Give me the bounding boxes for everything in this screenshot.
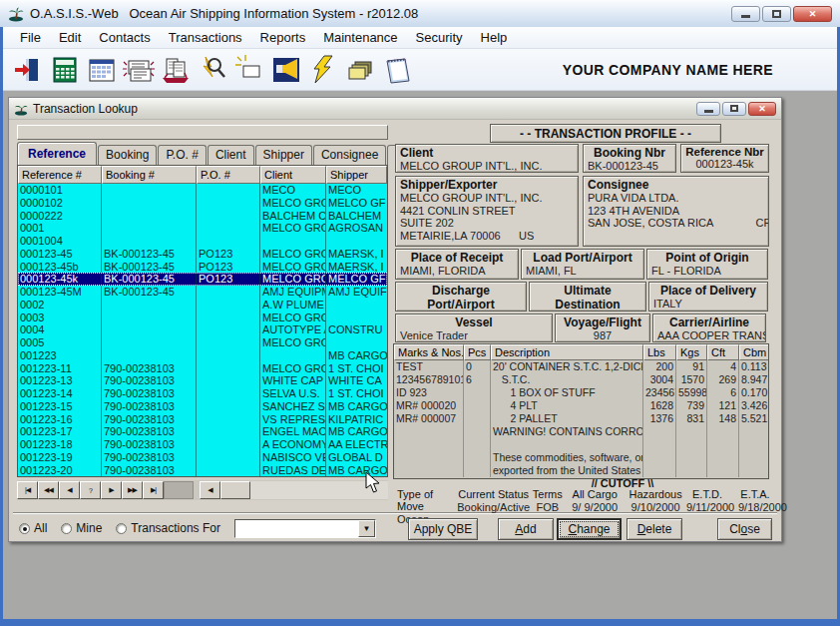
- lookup-tab[interactable]: Shipper: [255, 145, 312, 165]
- grid-nav-button[interactable]: ?: [80, 481, 101, 499]
- lookup-tab[interactable]: Client: [208, 145, 254, 165]
- table-row[interactable]: 001223MB CARGO: [18, 349, 387, 362]
- radio-transactions-for[interactable]: [116, 523, 127, 534]
- summary-value: 9/11/2000: [686, 501, 728, 513]
- grid-nav-button[interactable]: ◀◀: [38, 481, 59, 499]
- grid-column-header[interactable]: Reference #: [18, 166, 102, 184]
- grid-nav-button[interactable]: ▶▶: [122, 481, 143, 499]
- table-row[interactable]: 001223-18790-00238103A ECONOMYAA ELECTR: [18, 438, 387, 451]
- table-row[interactable]: 001223-20790-00238103RUEDAS DEMB CARGO: [18, 464, 387, 477]
- exit-button[interactable]: [11, 53, 45, 87]
- new-item-icon: [234, 55, 264, 85]
- menu-item[interactable]: Help: [472, 28, 517, 47]
- menu-item[interactable]: Reports: [251, 28, 315, 47]
- lookup-tab[interactable]: Booking: [98, 145, 157, 165]
- calculator-button[interactable]: [48, 53, 82, 87]
- flashlight-button[interactable]: [269, 53, 303, 87]
- hscroll-thumb[interactable]: [220, 481, 250, 499]
- new-item-button[interactable]: [232, 53, 266, 87]
- add-button[interactable]: Add: [498, 518, 554, 540]
- qbe-criteria-strip[interactable]: [17, 125, 388, 140]
- table-row[interactable]: 001223-15790-00238103SANCHEZ S.MB CARGO: [18, 400, 387, 413]
- table-row[interactable]: 0005MELCO GRO: [18, 336, 387, 349]
- transactions-for-combobox[interactable]: ▼: [234, 519, 376, 538]
- grid-column-header[interactable]: Client: [260, 166, 326, 184]
- lookup-tab[interactable]: Reference: [17, 142, 97, 165]
- menu-item[interactable]: Maintenance: [314, 28, 406, 47]
- notepad-button[interactable]: [380, 53, 414, 87]
- menu-item[interactable]: Transactions: [160, 28, 251, 47]
- calendar-button[interactable]: [85, 53, 119, 87]
- cargo-column-header: Kgs: [676, 344, 707, 360]
- address-cards-icon: [123, 55, 155, 85]
- table-row[interactable]: 000123-45MBK-000123-45AMJ EQUIPMAMJ EQUI…: [18, 286, 387, 299]
- grid-nav-button[interactable]: ▶|: [143, 481, 164, 499]
- consignee-address-line: SAN JOSE, COSTA RICA CR: [588, 217, 764, 230]
- table-row[interactable]: 001223-19790-00238103NABISCO VEGLOBAL D: [18, 451, 387, 464]
- menu-item[interactable]: Contacts: [90, 28, 159, 47]
- table-row[interactable]: 001223-17790-00238103ENGEL MACIMB CARGO: [18, 425, 387, 438]
- radio-mine[interactable]: [61, 523, 72, 534]
- grid-column-header[interactable]: Shipper: [326, 166, 387, 184]
- table-row[interactable]: 0001004: [18, 235, 387, 248]
- route-field: Vessel Venice Trader: [395, 313, 553, 342]
- combobox-value[interactable]: [235, 520, 358, 537]
- table-row[interactable]: 0001MELCO GROAGROSAN: [18, 222, 387, 235]
- change-button[interactable]: Change: [557, 518, 622, 540]
- cargo-column-header: Cft: [707, 344, 739, 360]
- table-row[interactable]: 0000222BALCHEM C(BALCHEM: [18, 210, 387, 223]
- delete-button[interactable]: Delete: [627, 518, 682, 540]
- table-row[interactable]: 0003MELCO GRO: [18, 312, 387, 324]
- menu-item[interactable]: Edit: [50, 28, 90, 47]
- lookup-tab[interactable]: P.O. #: [158, 145, 206, 165]
- maximize-button[interactable]: [762, 6, 791, 22]
- table-row[interactable]: 0002A.W PLUME: [18, 299, 387, 312]
- close-button[interactable]: ✕: [793, 6, 832, 22]
- route-field: Place of Receipt MIAMI, FLORIDA: [395, 249, 519, 280]
- table-row[interactable]: 000123-45bBK-000123-45PO123MELCO GROMAER…: [18, 261, 387, 274]
- transactions-button[interactable]: [159, 53, 193, 87]
- grid-column-header[interactable]: Booking #: [102, 166, 197, 184]
- table-row[interactable]: 000123-45BK-000123-45PO123MELCO GROMAERS…: [18, 248, 387, 261]
- cargo-row: These commodities, software, or te: [394, 451, 768, 464]
- contacts-button[interactable]: [122, 53, 156, 87]
- lookup-button[interactable]: [196, 53, 229, 87]
- summary-label: Type of Move: [397, 488, 457, 512]
- summary-label: E.T.A.: [738, 488, 772, 500]
- table-row[interactable]: 0000101MECOMECO: [18, 184, 387, 197]
- dialog-minimize-button[interactable]: [696, 102, 720, 116]
- cargo-column-header: Cbm: [739, 344, 768, 360]
- table-row[interactable]: 001223-13790-00238103WHITE CAPWHITE CA: [18, 374, 387, 387]
- menu-item[interactable]: File: [11, 28, 50, 47]
- close-dialog-button[interactable]: Close: [717, 518, 772, 540]
- dialog-close-button[interactable]: ✕: [748, 102, 776, 116]
- grid-navigator: |◀◀◀◀?▶▶▶▶| ◀: [17, 480, 388, 500]
- table-row[interactable]: 001223-11790-00238103MELCO GRO1 ST. CHOI: [18, 362, 387, 375]
- cargo-column-header: Marks & Nos.: [394, 344, 464, 360]
- grid-nav-button[interactable]: ◀: [59, 481, 80, 499]
- radio-all[interactable]: [19, 523, 30, 534]
- results-grid: Reference #Booking #P.O. #ClientShipper …: [17, 165, 388, 477]
- table-row[interactable]: 001223-16790-00238103VS REPRESEKILPATRIC: [18, 413, 387, 426]
- grid-nav-button[interactable]: |◀: [17, 481, 38, 499]
- summary-label: Current Status: [457, 488, 530, 500]
- table-row[interactable]: 001223-14790-00238103SELVA U.S.1 ST. CHO…: [18, 387, 387, 400]
- minimize-icon: [741, 15, 750, 18]
- dialog-restore-button[interactable]: [722, 102, 746, 116]
- table-row[interactable]: 0000102MELCO GROMELCO GF: [18, 197, 387, 210]
- route-field-value: MIAMI, FLORIDA: [400, 265, 514, 277]
- chevron-down-icon[interactable]: ▼: [358, 520, 375, 537]
- menu-item[interactable]: Security: [407, 28, 472, 47]
- grid-nav-button[interactable]: ▶: [101, 481, 122, 499]
- apply-qbe-button[interactable]: Apply QBE: [408, 518, 478, 540]
- lookup-tab[interactable]: Consignee: [313, 145, 386, 165]
- close-icon: ✕: [758, 104, 766, 114]
- grid-column-header[interactable]: P.O. #: [197, 166, 260, 184]
- table-row[interactable]: 0004AUTOTYPE ACONSTRU: [18, 323, 387, 336]
- table-row[interactable]: 000123-45kBK-000123-45PO123MELCO GROMELC…: [18, 273, 387, 286]
- minimize-button[interactable]: [731, 6, 760, 22]
- hscroll-left-arrow[interactable]: ◀: [200, 481, 220, 499]
- folders-button[interactable]: [343, 53, 377, 87]
- radio-mine-label: Mine: [76, 521, 102, 535]
- lightning-button[interactable]: [306, 53, 340, 87]
